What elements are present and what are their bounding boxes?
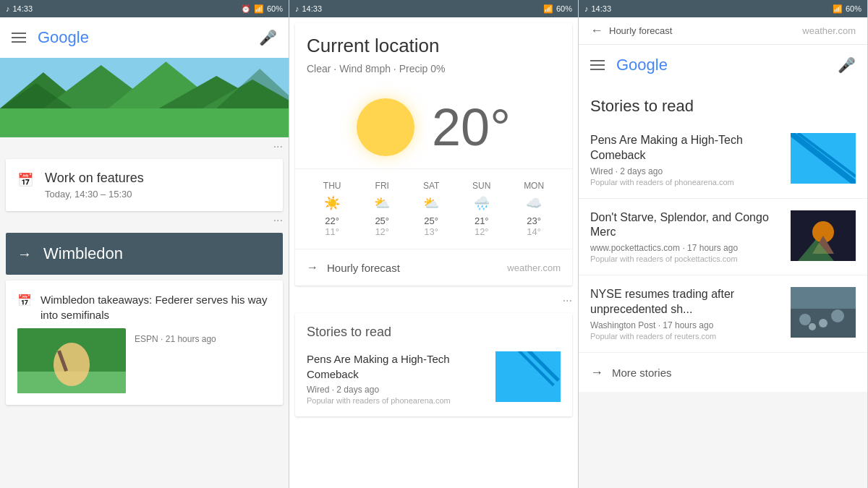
forecast-mon: MON ☁️ 23° 14°: [524, 181, 544, 237]
mon-low: 14°: [524, 226, 544, 237]
story3-2-time: 17 hours ago: [687, 243, 738, 253]
story3-2-source: www.pockettactics.com: [590, 243, 680, 253]
stories-header-3: Stories to read: [579, 85, 867, 121]
story-1-thumb: [495, 351, 561, 402]
news-card[interactable]: 📅 Wimbledon takeaways: Federer serves hi…: [6, 281, 283, 405]
battery-2: 60%: [556, 4, 572, 13]
story-row-3[interactable]: NYSE resumes trading after unprecedented…: [579, 275, 867, 353]
panel3-top-source: weather.com: [802, 25, 856, 36]
panel-2: ♪ 14:33 📶 60% Current location Clear · W…: [289, 0, 579, 488]
temperature-display: 20°: [432, 98, 511, 157]
story3-2-headline: Don't Starve, Splendor, and Congo Merc: [590, 210, 782, 241]
sun-weather-icon: 🌧️: [472, 195, 490, 211]
weather-precip: Precip 0%: [399, 63, 446, 74]
sat-high: 25°: [423, 215, 439, 226]
svg-point-26: [819, 319, 827, 328]
dots-3: ···: [289, 291, 578, 307]
wifi-icon: 📶: [254, 4, 264, 14]
more-stories-row[interactable]: → More stories: [579, 354, 867, 392]
sat-low: 13°: [423, 226, 439, 237]
story3-3-popular: Popular with readers of reuters.com: [590, 332, 782, 341]
story3-1-time: 2 days ago: [620, 166, 663, 176]
mic-icon[interactable]: 🎤: [259, 29, 277, 46]
forecast-fri: FRI ⛅ 25° 12°: [374, 181, 390, 237]
google-logo-3: Google: [616, 56, 826, 74]
event-title: Work on features: [45, 171, 144, 186]
thu-low: 11°: [323, 226, 341, 237]
battery-3: 60%: [846, 4, 861, 13]
svg-point-11: [54, 343, 90, 386]
story3-3-headline: NYSE resumes trading after unprecedented…: [590, 287, 782, 317]
google-search-bar: Google 🎤: [0, 17, 289, 58]
svg-point-27: [831, 309, 844, 322]
status-bar-2: ♪ 14:33 📶 60%: [289, 0, 578, 17]
svg-point-28: [809, 323, 816, 330]
mon-high: 23°: [524, 215, 544, 226]
panel-1: ♪ 14:33 ⏰ 📶 60% Google 🎤 ···: [0, 0, 289, 488]
hamburger-menu[interactable]: [12, 33, 26, 43]
forecast-sun: SUN 🌧️ 21° 12°: [472, 181, 490, 237]
dots-1: ···: [0, 137, 289, 153]
thu-icon: ☀️: [323, 195, 341, 211]
sat-label: SAT: [423, 181, 439, 191]
wifi-icon-2: 📶: [543, 4, 553, 14]
stories-section-3: Stories to read Pens Are Making a High-T…: [579, 85, 867, 392]
thu-high: 22°: [323, 215, 341, 226]
story3-1-headline: Pens Are Making a High-Tech Comeback: [590, 133, 782, 163]
hourly-source: weather.com: [507, 262, 561, 273]
mon-icon: ☁️: [524, 195, 544, 211]
story-1-meta: Wired · 2 days ago: [307, 385, 487, 395]
alarm-icon: ⏰: [241, 4, 251, 14]
google-search-bar-3: Google 🎤: [579, 45, 867, 85]
sun-low: 12°: [472, 226, 490, 237]
panel-3: ♪ 14:33 📶 60% ← Hourly forecast weather.…: [579, 0, 868, 488]
more-stories-label: More stories: [612, 367, 672, 379]
fri-low: 12°: [374, 226, 390, 237]
status-bar-3: ♪ 14:33 📶 60%: [579, 0, 867, 17]
fri-icon: ⛅: [374, 195, 390, 211]
weather-sep1: ·: [333, 63, 339, 74]
mountain-banner: [0, 58, 289, 137]
story-row-2[interactable]: Don't Starve, Splendor, and Congo Merc w…: [579, 199, 867, 276]
hourly-link[interactable]: → Hourly forecast weather.com: [295, 249, 572, 286]
story3-3-source: Washington Post: [590, 320, 655, 330]
story3-1-source: Wired: [590, 166, 613, 176]
story3-1-meta: Wired · 2 days ago: [590, 166, 782, 176]
sun-icon: [357, 98, 414, 156]
wimbledon-title: Wimbledon: [43, 244, 123, 263]
back-arrow-icon: ←: [590, 23, 603, 38]
battery-display: 60%: [267, 4, 283, 13]
weather-main: 20°: [295, 86, 572, 168]
google-logo: Google: [38, 28, 247, 47]
time-display-3: 14:33: [592, 4, 612, 13]
panel3-top-bar: ← Hourly forecast weather.com: [579, 17, 867, 45]
panel2-content: Current location Clear · Wind 8mph · Pre…: [289, 17, 578, 488]
story3-1-popular: Popular with readers of phonearena.com: [590, 178, 782, 187]
news-separator: ·: [161, 334, 166, 344]
story-item-1[interactable]: Pens Are Making a High-Tech Comeback Wir…: [307, 351, 561, 405]
news-calendar-icon: 📅: [17, 294, 32, 322]
calendar-card: 📅 Work on features Today, 14:30 – 15:30: [6, 159, 283, 211]
story3-3-time: 17 hours ago: [663, 320, 713, 330]
stories-title-2: Stories to read: [307, 325, 561, 340]
hamburger-menu-3[interactable]: [590, 60, 605, 70]
story3-3-meta: Washington Post · 17 hours ago: [590, 320, 782, 330]
wimbledon-card[interactable]: → Wimbledon: [6, 233, 283, 275]
event-time: Today, 14:30 – 15:30: [45, 189, 144, 200]
status-bar-1: ♪ 14:33 ⏰ 📶 60%: [0, 0, 289, 17]
story-1-headline: Pens Are Making a High-Tech Comeback: [307, 351, 487, 382]
sun-label: SUN: [472, 181, 490, 191]
weather-card: Current location Clear · Wind 8mph · Pre…: [295, 23, 572, 286]
mic-icon-3[interactable]: 🎤: [838, 56, 856, 74]
svg-point-25: [799, 314, 811, 325]
story-1-popular: Popular with readers of phonearena.com: [307, 396, 487, 405]
story-row-1[interactable]: Pens Are Making a High-Tech Comeback Wir…: [579, 121, 867, 199]
forecast-thu: THU ☀️ 22° 11°: [323, 181, 341, 237]
spotify-icon: ♪: [6, 4, 10, 13]
hourly-arrow-icon: →: [307, 261, 318, 274]
calendar-icon: 📅: [17, 172, 33, 188]
weather-sep2: ·: [393, 63, 399, 74]
hourly-label: Hourly forecast: [327, 262, 498, 274]
panel3-top-title: Hourly forecast: [609, 25, 802, 36]
panel3-content: Stories to read Pens Are Making a High-T…: [579, 85, 867, 488]
